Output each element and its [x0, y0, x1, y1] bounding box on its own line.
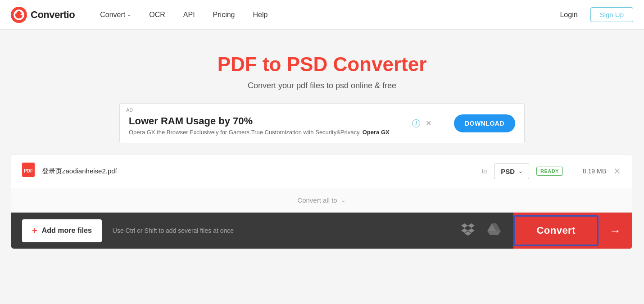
convert-chevron-icon: ⌄ — [127, 12, 131, 18]
logo-text: Convertio — [31, 9, 75, 21]
nav-api[interactable]: API — [176, 7, 202, 23]
nav-help[interactable]: Help — [245, 7, 275, 23]
format-select[interactable]: PSD ⌄ — [494, 163, 529, 179]
ad-title: Lower RAM Usage by 70% — [129, 115, 390, 127]
navbar: Convertio Convert ⌄ OCR API Pricing Help… — [0, 0, 644, 30]
ready-badge: READY — [536, 167, 563, 176]
logo-icon — [11, 7, 27, 23]
hero-title: PDF to PSD Converter — [0, 53, 644, 76]
svg-point-0 — [11, 7, 27, 23]
ad-close-icon[interactable]: ✕ — [426, 119, 431, 127]
format-chevron-icon: ⌄ — [518, 168, 522, 174]
svg-marker-6 — [468, 223, 475, 228]
navbar-links: Convert ⌄ OCR API Pricing Help — [93, 7, 554, 23]
converter-panel: PDF 登录页zaodianheise2.pdf to PSD ⌄ READY … — [11, 154, 632, 249]
ad-info-icon[interactable]: i — [412, 119, 420, 127]
ad-download-button[interactable]: DOWNLOAD — [454, 114, 515, 132]
svg-text:PDF: PDF — [24, 168, 33, 173]
ad-controls: i ✕ — [412, 119, 431, 127]
convert-all-chevron-icon[interactable]: ⌄ — [341, 197, 346, 204]
file-remove-button[interactable]: ✕ — [613, 167, 621, 176]
file-size: 8.19 MB — [570, 168, 606, 175]
ad-description: Opera GX the Browser Exclusively for Gam… — [129, 129, 390, 136]
plus-icon: + — [32, 226, 37, 236]
arrow-right-icon[interactable]: → — [599, 224, 632, 238]
login-button[interactable]: Login — [554, 7, 583, 23]
ad-content: Lower RAM Usage by 70% Opera GX the Brow… — [129, 111, 390, 136]
add-files-label: Add more files — [42, 227, 92, 235]
ad-brand: Opera GX — [363, 129, 390, 136]
convert-all-row: Convert all to ⌄ — [11, 188, 632, 213]
signup-button[interactable]: Sign Up — [590, 7, 633, 22]
file-to-label: to — [481, 168, 487, 175]
file-name: 登录页zaodianheise2.pdf — [42, 167, 474, 176]
ad-label: AD — [126, 107, 133, 113]
svg-marker-5 — [461, 223, 468, 228]
logo-link[interactable]: Convertio — [11, 7, 75, 23]
convert-button[interactable]: Convert — [513, 215, 599, 246]
google-drive-icon[interactable] — [487, 223, 501, 238]
ad-banner: AD Lower RAM Usage by 70% Opera GX the B… — [119, 103, 525, 143]
nav-pricing[interactable]: Pricing — [206, 7, 242, 23]
pdf-file-icon: PDF — [22, 163, 35, 180]
file-row: PDF 登录页zaodianheise2.pdf to PSD ⌄ READY … — [11, 154, 632, 188]
svg-marker-12 — [487, 231, 501, 235]
bottom-bar: + Add more files Use Ctrl or Shift to ad… — [11, 213, 632, 249]
dropbox-icon[interactable] — [461, 223, 475, 239]
hero-subtitle: Convert your pdf files to psd online & f… — [0, 81, 644, 91]
navbar-right: Login Sign Up — [554, 7, 633, 23]
cloud-icons — [461, 223, 501, 239]
nav-convert[interactable]: Convert ⌄ — [93, 7, 138, 23]
hint-text: Use Ctrl or Shift to add several files a… — [113, 227, 449, 234]
nav-ocr[interactable]: OCR — [142, 7, 172, 23]
hero-section: PDF to PSD Converter Convert your pdf fi… — [0, 30, 644, 103]
add-files-button[interactable]: + Add more files — [22, 219, 102, 242]
convert-all-label: Convert all to — [297, 196, 337, 204]
format-value: PSD — [501, 168, 515, 175]
convert-area: Convert → — [513, 213, 632, 249]
